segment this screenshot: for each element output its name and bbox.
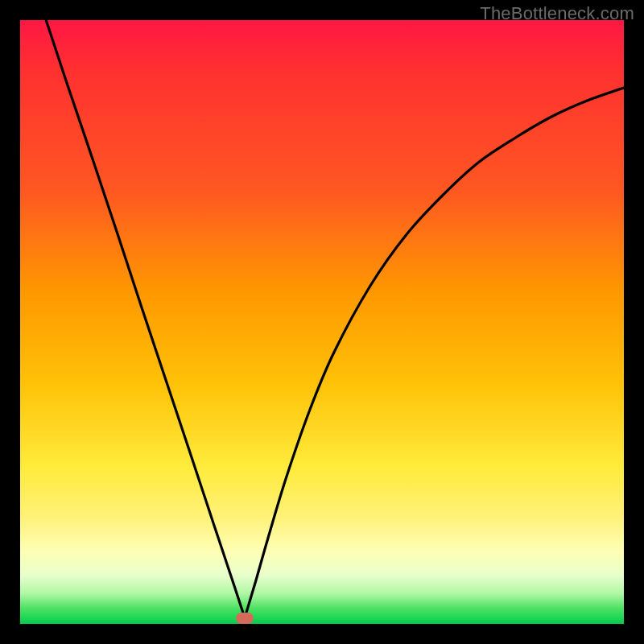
bottleneck-curve — [20, 20, 624, 624]
plot-area — [20, 20, 624, 624]
curve-path — [46, 20, 624, 618]
chart-frame: TheBottleneck.com — [0, 0, 644, 644]
minimum-marker — [236, 613, 254, 624]
